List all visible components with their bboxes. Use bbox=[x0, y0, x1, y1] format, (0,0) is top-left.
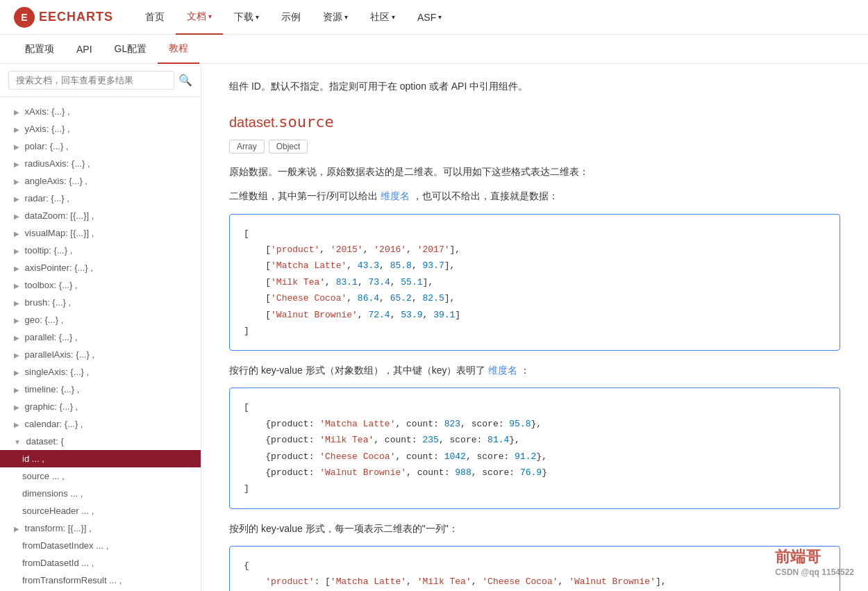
chevron-right-icon: ▶ bbox=[14, 247, 19, 255]
sidebar-item-singleaxis[interactable]: ▶ singleAxis: {...} , bbox=[0, 363, 201, 381]
sidebar-item-angleaxis[interactable]: ▶ angleAxis: {...} , bbox=[0, 172, 201, 190]
chevron-right-icon: ▶ bbox=[14, 299, 19, 307]
chevron-right-icon: ▶ bbox=[14, 195, 19, 203]
nav-item-resources[interactable]: 资源 ▾ bbox=[312, 0, 359, 35]
nav-item-examples[interactable]: 示例 bbox=[270, 0, 312, 35]
desc4: 按列的 key-value 形式，每一项表示二维表的"一列"： bbox=[229, 520, 840, 538]
desc2: 二维数组，其中第一行/列可以给出 维度名 ，也可以不给出，直接就是数据： bbox=[229, 188, 840, 205]
type-badges: Array Object bbox=[229, 140, 840, 153]
sidebar-item-yaxis[interactable]: ▶ yAxis: {...} , bbox=[0, 120, 201, 138]
top-navigation: E EECHARTS 首页 文档 ▾ 下载 ▾ 示例 资源 ▾ 社区 ▾ ASF… bbox=[0, 0, 868, 35]
component-id-desc: 组件 ID。默认不指定。指定则可用于在 option 或者 API 中引用组件。 bbox=[229, 78, 840, 95]
sidebar-item-calendar[interactable]: ▶ calendar: {...} , bbox=[0, 415, 201, 433]
search-button[interactable]: 🔍 bbox=[178, 74, 192, 87]
desc3: 按行的 key-value 形式（对象数组），其中键（key）表明了 维度名 ： bbox=[229, 362, 840, 379]
sub-nav-config[interactable]: 配置项 bbox=[14, 35, 65, 64]
type-badge-object: Object bbox=[269, 140, 308, 153]
sidebar-item-visualmap[interactable]: ▶ visualMap: [{...}] , bbox=[0, 224, 201, 242]
chevron-right-icon: ▶ bbox=[14, 178, 19, 185]
section-title: dataset.source bbox=[229, 113, 840, 131]
chevron-right-icon: ▶ bbox=[14, 334, 19, 342]
code-block-2: [ {product: 'Matcha Latte', count: 823, … bbox=[229, 388, 840, 508]
sidebar-item-fromdatasetid[interactable]: fromDatasetId ... , bbox=[0, 554, 201, 572]
chevron-down-icon: ▼ bbox=[14, 438, 21, 446]
chevron-right-icon: ▶ bbox=[14, 213, 19, 220]
sidebar-item-fromtransformresult[interactable]: fromTransformResult ... , bbox=[0, 572, 201, 589]
logo-icon: E bbox=[14, 7, 35, 28]
code-block-1: [ ['product', '2015', '2016', '2017'], [… bbox=[229, 214, 840, 351]
sidebar-item-axispointer[interactable]: ▶ axisPointer: {...} , bbox=[0, 259, 201, 276]
sidebar-item-radiusaxis[interactable]: ▶ radiusAxis: {...} , bbox=[0, 155, 201, 172]
sidebar-item-transform[interactable]: ▶ transform: [{...}] , bbox=[0, 519, 201, 537]
sidebar-item-fromdatasetindex[interactable]: fromDatasetIndex ... , bbox=[0, 537, 201, 554]
sidebar: 🔍 ▶ xAxis: {...} , ▶ yAxis: {...} , ▶ po… bbox=[0, 64, 201, 591]
sub-navigation: 配置项 API GL配置 教程 bbox=[0, 35, 868, 64]
content-area: 组件 ID。默认不指定。指定则可用于在 option 或者 API 中引用组件。… bbox=[201, 64, 868, 591]
sidebar-item-dataset-sourceheader[interactable]: sourceHeader ... , bbox=[0, 502, 201, 519]
dimension-name-link-1[interactable]: 维度名 bbox=[381, 190, 410, 201]
sidebar-item-dataset[interactable]: ▼ dataset: { bbox=[0, 433, 201, 450]
sidebar-item-datazoom[interactable]: ▶ dataZoom: [{...}] , bbox=[0, 207, 201, 224]
sidebar-item-timeline[interactable]: ▶ timeline: {...} , bbox=[0, 381, 201, 398]
sidebar-item-parallel[interactable]: ▶ parallel: {...} , bbox=[0, 328, 201, 346]
chevron-right-icon: ▶ bbox=[14, 160, 19, 168]
nav-item-asf[interactable]: ASF ▾ bbox=[406, 0, 453, 35]
sidebar-item-radar[interactable]: ▶ radar: {...} , bbox=[0, 190, 201, 207]
chevron-down-icon: ▾ bbox=[256, 13, 259, 21]
nav-item-home[interactable]: 首页 bbox=[134, 0, 176, 35]
nav-item-community[interactable]: 社区 ▾ bbox=[359, 0, 406, 35]
sidebar-item-geo[interactable]: ▶ geo: {...} , bbox=[0, 311, 201, 328]
search-input[interactable] bbox=[8, 71, 174, 90]
sidebar-item-xaxis[interactable]: ▶ xAxis: {...} , bbox=[0, 103, 201, 120]
chevron-right-icon: ▶ bbox=[14, 126, 19, 133]
chevron-right-icon: ▶ bbox=[14, 143, 19, 151]
nav-item-docs[interactable]: 文档 ▾ bbox=[176, 0, 223, 35]
sub-nav-gl[interactable]: GL配置 bbox=[103, 35, 158, 64]
search-box: 🔍 bbox=[0, 64, 201, 97]
chevron-down-icon: ▾ bbox=[344, 13, 348, 21]
dimension-name-link-2[interactable]: 维度名 bbox=[488, 365, 517, 376]
main-layout: 🔍 ▶ xAxis: {...} , ▶ yAxis: {...} , ▶ po… bbox=[0, 64, 868, 591]
chevron-down-icon: ▾ bbox=[438, 13, 442, 21]
type-badge-array: Array bbox=[229, 140, 265, 153]
sidebar-item-tooltip[interactable]: ▶ tooltip: {...} , bbox=[0, 242, 201, 259]
sub-nav-api[interactable]: API bbox=[65, 35, 103, 64]
logo[interactable]: E EECHARTS bbox=[14, 7, 113, 28]
chevron-right-icon: ▶ bbox=[14, 265, 19, 272]
chevron-right-icon: ▶ bbox=[14, 108, 19, 116]
sub-nav-tutorial[interactable]: 教程 bbox=[158, 35, 199, 64]
chevron-down-icon: ▾ bbox=[208, 13, 212, 20]
sidebar-item-dataset-source[interactable]: source ... , bbox=[0, 467, 201, 485]
sidebar-item-dataset-id[interactable]: id ... , bbox=[0, 450, 201, 467]
chevron-right-icon: ▶ bbox=[14, 421, 19, 428]
chevron-right-icon: ▶ bbox=[14, 525, 19, 533]
nav-items: 首页 文档 ▾ 下载 ▾ 示例 资源 ▾ 社区 ▾ ASF ▾ bbox=[134, 0, 854, 35]
chevron-right-icon: ▶ bbox=[14, 369, 19, 376]
chevron-right-icon: ▶ bbox=[14, 282, 19, 290]
sidebar-item-polar[interactable]: ▶ polar: {...} , bbox=[0, 138, 201, 155]
sidebar-item-graphic[interactable]: ▶ graphic: {...} , bbox=[0, 398, 201, 415]
sidebar-item-brush[interactable]: ▶ brush: {...} , bbox=[0, 294, 201, 311]
chevron-down-icon: ▾ bbox=[392, 13, 395, 21]
chevron-right-icon: ▶ bbox=[14, 317, 19, 324]
chevron-right-icon: ▶ bbox=[14, 403, 19, 411]
sidebar-item-toolbox[interactable]: ▶ toolbox: {...} , bbox=[0, 276, 201, 294]
desc1: 原始数据。一般来说，原始数据表达的是二维表。可以用如下这些格式表达二维表： bbox=[229, 163, 840, 181]
sidebar-list: ▶ xAxis: {...} , ▶ yAxis: {...} , ▶ pola… bbox=[0, 97, 201, 591]
chevron-right-icon: ▶ bbox=[14, 351, 19, 359]
sidebar-item-dataset-dimensions[interactable]: dimensions ... , bbox=[0, 485, 201, 502]
logo-text: EECHARTS bbox=[39, 10, 113, 24]
chevron-right-icon: ▶ bbox=[14, 386, 19, 394]
sidebar-item-parallelaxis[interactable]: ▶ parallelAxis: {...} , bbox=[0, 346, 201, 363]
nav-item-download[interactable]: 下载 ▾ bbox=[223, 0, 270, 35]
code-block-3: { 'product': ['Matcha Latte', 'Milk Tea'… bbox=[229, 546, 840, 591]
chevron-right-icon: ▶ bbox=[14, 230, 19, 238]
